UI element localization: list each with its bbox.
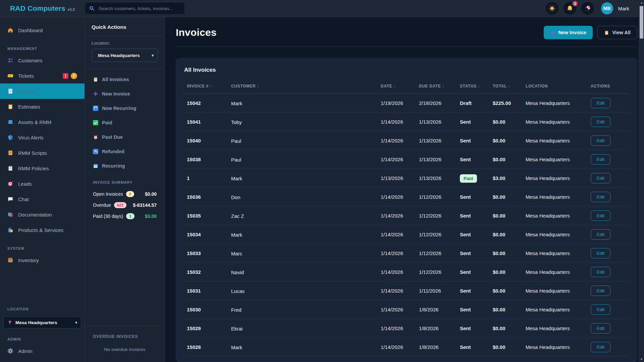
actions-cell: Edit [588, 244, 629, 263]
edit-button[interactable]: Edit [591, 117, 610, 127]
date-cell: 1/19/2026 [378, 94, 416, 113]
summary-count-badge: 1 [126, 213, 134, 219]
quick-action-label: New Recurring [102, 106, 136, 111]
view-all-button[interactable]: View All [597, 26, 637, 39]
due-date-cell: 1/13/2026 [416, 150, 457, 169]
edit-button[interactable]: Edit [591, 173, 610, 183]
sidebar-item-rmm-policies[interactable]: RMM Policies [0, 161, 85, 176]
sidebar-item-customers[interactable]: Customers [0, 53, 85, 68]
sidebar-item-dashboard[interactable]: Dashboard [0, 22, 85, 38]
invoice-row[interactable]: 15034Mark1/14/20261/12/2026Sent$0.00Mesa… [184, 225, 629, 244]
sidebar-item-inventory[interactable]: Inventory [0, 252, 85, 268]
scrollbar-down-arrow[interactable]: ▼ [639, 358, 644, 361]
sort-icon[interactable]: ↕ [210, 84, 212, 88]
quick-action-new-recurring[interactable]: New Recurring [85, 101, 165, 115]
plus-icon [93, 91, 98, 97]
search-icon [89, 6, 95, 11]
invoice-row[interactable]: 15040Paul1/14/20261/13/2026Sent$0.00Mesa… [184, 131, 629, 150]
invoice-row[interactable]: 15042Mark1/19/20262/18/2026Draft$225.00M… [184, 94, 629, 113]
invoice-row[interactable]: 15036Don1/14/20261/12/2026Sent$0.00Mesa … [184, 188, 629, 206]
qa-location-select[interactable]: Mesa Headquarters ▾ [92, 49, 158, 62]
edit-button[interactable]: Edit [591, 192, 610, 202]
sort-icon[interactable]: ↕ [508, 84, 510, 88]
invoice-row[interactable]: 15030Fred1/14/20261/8/2026Sent$0.00Mesa … [184, 300, 629, 319]
sidebar-location-select[interactable]: Mesa Headquarters ▾ [3, 316, 81, 328]
invoice-row[interactable]: 15035Zac Z1/14/20261/12/2026Sent$0.00Mes… [184, 206, 629, 225]
sidebar-item-tickets[interactable]: Tickets7 [0, 68, 85, 83]
status-cell: Sent [457, 188, 490, 206]
edit-button[interactable]: Edit [591, 210, 610, 221]
edit-button[interactable]: Edit [591, 267, 610, 277]
new-invoice-button[interactable]: New Invoice [544, 26, 593, 39]
sort-icon[interactable]: ↕ [257, 84, 259, 88]
scrollbar-thumb[interactable] [640, 6, 643, 39]
invoice-row[interactable]: 15033Marc1/14/20261/12/2026Sent$0.00Mesa… [184, 244, 629, 263]
invoice-row[interactable]: 1Mark1/13/20261/13/2026Paid$3.00Mesa Hea… [184, 169, 629, 188]
sidebar-item-assets-rmm[interactable]: Assets & RMM [0, 114, 85, 130]
location-cell: Mesa Headquarters [523, 282, 588, 300]
summary-count-badge: 622 [114, 202, 126, 208]
quick-action-paid[interactable]: Paid [85, 115, 165, 130]
customer-name: Navid [231, 269, 244, 275]
launch-button[interactable] [581, 2, 594, 15]
avatar[interactable]: MB [601, 2, 613, 14]
edit-button[interactable]: Edit [591, 229, 610, 240]
user-name[interactable]: Mark [618, 6, 629, 11]
sidebar-item-rmm-scripts[interactable]: RMM Scripts [0, 145, 85, 161]
column-header-due-date[interactable]: DUE DATE↕ [416, 79, 457, 94]
column-header-customer[interactable]: CUSTOMER↕ [228, 79, 378, 94]
location-cell: Mesa Headquarters [523, 338, 588, 357]
edit-button[interactable]: Edit [591, 135, 610, 146]
column-header-total[interactable]: TOTAL↕ [490, 79, 523, 94]
quick-action-past-due[interactable]: Past Due [85, 130, 165, 144]
edit-button[interactable]: Edit [591, 323, 610, 334]
edit-button[interactable]: Edit [591, 248, 610, 258]
search-input[interactable] [98, 6, 180, 11]
sidebar-item-invoices[interactable]: Invoices [0, 83, 85, 99]
edit-button[interactable]: Edit [591, 304, 610, 315]
sort-icon[interactable]: ↕ [478, 84, 480, 88]
scrollbar-up-arrow[interactable]: ▲ [639, 1, 644, 4]
brand[interactable]: RAD Computers v1.2 [0, 4, 85, 12]
invoice-row[interactable]: 15032Navid1/14/20261/12/2026Sent$0.00Mes… [184, 263, 629, 282]
edit-button[interactable]: Edit [591, 286, 610, 296]
edit-button[interactable]: Edit [591, 342, 610, 352]
edit-button[interactable]: Edit [591, 154, 610, 165]
sidebar-item-virus-alerts[interactable]: Virus Alerts [0, 130, 85, 145]
gear-icon [7, 348, 13, 354]
vertical-scrollbar[interactable]: ▲ ▼ [639, 0, 644, 362]
sort-icon[interactable]: ↕ [442, 84, 444, 88]
invoice-row[interactable]: 15038Paul1/14/20261/13/2026Sent$0.00Mesa… [184, 150, 629, 169]
column-header-invoice-[interactable]: INVOICE #↕ [184, 79, 228, 94]
customer-name: Mark [231, 176, 242, 181]
column-header-status[interactable]: STATUS↕ [457, 79, 490, 94]
sidebar-item-products-services[interactable]: Products & Services [0, 222, 85, 238]
quick-action-label: Recurring [102, 163, 125, 169]
theme-toggle-button[interactable] [546, 2, 558, 15]
customer-name: Paul [231, 138, 241, 144]
sidebar-item-leads[interactable]: Leads [0, 176, 85, 191]
invoice-row[interactable]: 15041Toby1/14/20261/13/2026Sent$0.00Mesa… [184, 113, 629, 131]
sidebar-item-label: Products & Services [18, 227, 63, 233]
sidebar-item-documentation[interactable]: Documentation [0, 207, 85, 222]
notifications-button[interactable]: 3 [564, 2, 576, 15]
invoice-row[interactable]: 15029Ekrai1/14/20261/8/2026Sent$0.00Mesa… [184, 319, 629, 338]
quick-action-recurring[interactable]: Recurring [85, 159, 165, 173]
quick-action-new-invoice[interactable]: New Invoice [85, 86, 165, 101]
quick-action-all-invoices[interactable]: All Invoices [85, 72, 165, 86]
edit-button[interactable]: Edit [591, 98, 610, 108]
column-header-label: DATE [381, 84, 392, 88]
sidebar-item-admin[interactable]: Admin [0, 343, 85, 359]
invoice-row[interactable]: 15028Mark1/14/20261/8/2026Sent$0.00Mesa … [184, 338, 629, 357]
invoice-row[interactable]: 15031Lucas1/14/20261/11/2026Sent$0.00Mes… [184, 282, 629, 300]
sidebar-item-chat[interactable]: Chat [0, 191, 85, 207]
due-date-cell: 1/13/2026 [416, 113, 457, 131]
global-search[interactable] [85, 3, 184, 14]
customer-name: Mark [231, 101, 242, 106]
sidebar-item-estimates[interactable]: Estimates [0, 99, 85, 114]
quick-action-refunded[interactable]: Refunded [85, 144, 165, 159]
column-header-date[interactable]: DATE↕ [378, 79, 416, 94]
main-content: Invoices New Invoice View All All Invoic… [165, 17, 644, 362]
sort-icon[interactable]: ↕ [393, 84, 395, 88]
qa-location-label: Location: [92, 41, 158, 46]
